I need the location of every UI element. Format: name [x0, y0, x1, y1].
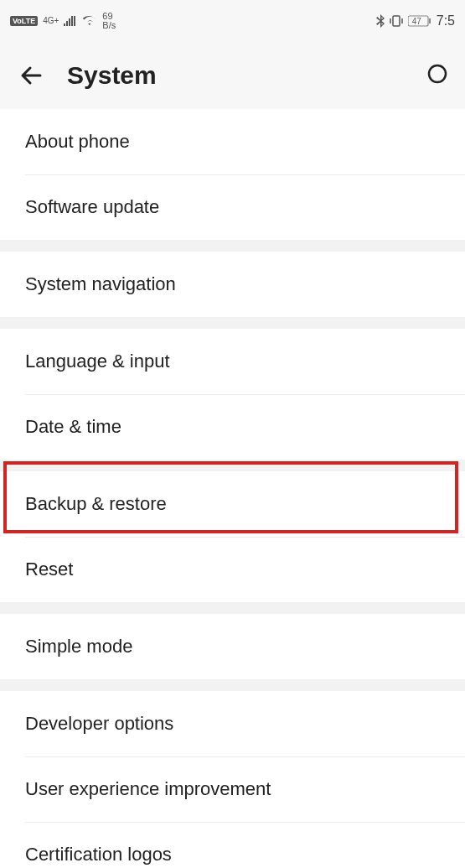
bluetooth-icon — [376, 14, 385, 28]
network-gen: 4G+ — [43, 16, 59, 25]
row-ux-improvement[interactable]: User experience improvement — [0, 756, 465, 822]
row-software-update[interactable]: Software update — [0, 174, 465, 240]
vibrate-icon — [390, 15, 403, 27]
row-label: Language & input — [25, 351, 170, 372]
svg-rect-0 — [393, 16, 400, 26]
row-label: Backup & restore — [25, 493, 167, 515]
row-about-phone[interactable]: About phone — [0, 109, 465, 174]
network-type: 4G+ — [43, 17, 59, 25]
search-icon — [424, 64, 447, 87]
row-language-input[interactable]: Language & input — [0, 329, 465, 394]
section-5: Simple mode — [0, 614, 465, 679]
search-button[interactable] — [423, 63, 448, 88]
header-bar: System — [0, 42, 465, 109]
row-label: Developer options — [25, 713, 173, 735]
row-system-navigation[interactable]: System navigation — [0, 252, 465, 317]
row-certification-logos[interactable]: Certification logos — [0, 822, 465, 868]
row-date-time[interactable]: Date & time — [0, 394, 465, 460]
status-left: VoLTE 4G+ 69 B/s — [10, 12, 116, 30]
row-label: Reset — [25, 559, 73, 580]
row-backup-restore[interactable]: Backup & restore — [0, 471, 465, 537]
back-arrow-icon — [18, 63, 44, 88]
row-label: Date & time — [25, 416, 121, 438]
row-simple-mode[interactable]: Simple mode — [0, 614, 465, 679]
wifi-icon — [82, 15, 97, 27]
row-label: System navigation — [25, 273, 176, 295]
section-gap — [0, 460, 465, 471]
section-gap — [0, 240, 465, 252]
row-label: About phone — [25, 131, 130, 153]
svg-rect-4 — [429, 18, 431, 23]
row-label: Software update — [25, 196, 159, 218]
volte-badge: VoLTE — [10, 16, 38, 26]
section-gap — [0, 602, 465, 614]
svg-point-5 — [429, 65, 446, 82]
network-speed: 69 B/s — [102, 12, 116, 30]
row-label: User experience improvement — [25, 778, 271, 800]
section-gap — [0, 317, 465, 329]
section-4: Backup & restore Reset — [0, 471, 465, 602]
section-3: Language & input Date & time — [0, 329, 465, 460]
status-bar: VoLTE 4G+ 69 B/s 47 7:5 — [0, 0, 465, 42]
row-developer-options[interactable]: Developer options — [0, 691, 465, 756]
row-label: Certification logos — [25, 844, 172, 865]
back-button[interactable] — [17, 61, 45, 90]
section-1: About phone Software update — [0, 109, 465, 240]
battery-icon: 47 — [408, 15, 431, 27]
signal-icon — [64, 16, 77, 26]
speed-unit: B/s — [102, 21, 116, 30]
section-gap — [0, 679, 465, 691]
page-title: System — [67, 61, 157, 90]
row-reset[interactable]: Reset — [0, 537, 465, 602]
clock: 7:5 — [437, 13, 455, 29]
row-label: Simple mode — [25, 636, 132, 657]
section-2: System navigation — [0, 252, 465, 317]
status-right: 47 7:5 — [376, 13, 455, 29]
section-6: Developer options User experience improv… — [0, 691, 465, 868]
